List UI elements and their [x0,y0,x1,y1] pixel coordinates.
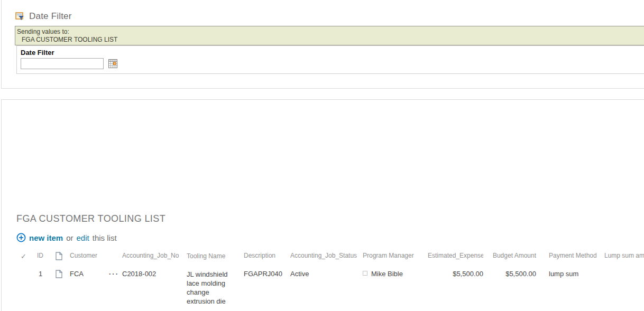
column-header-doctype-icon[interactable] [56,252,70,260]
cell-id: 1 [35,270,56,278]
program-manager-name[interactable]: Mike Bible [371,270,403,278]
list-toolbar: new item or edit this list [16,233,117,242]
date-filter-form: Date Filter [16,45,644,74]
cell-accounting-job-status: Active [290,270,363,278]
tooling-list-webpart: FGA CUSTOMER TOOLING LIST new item or ed… [1,99,644,311]
cell-doctype [56,270,70,278]
cell-program-manager[interactable]: Mike Bible [363,270,428,278]
webpart-titlebar: Date Filter [15,11,72,22]
new-item-link[interactable]: new item [29,233,63,242]
connection-notice-line1: Sending values to: [17,28,644,36]
cell-customer[interactable]: FCA [70,270,109,278]
column-header-program-manager[interactable]: Program Manager [363,252,428,259]
cell-budget-amount: $5,500.00 [483,270,536,278]
toolbar-or-text: or [66,233,73,242]
column-header-accounting-job-status[interactable]: Accounting_Job_Status [290,252,363,259]
column-header-customer[interactable]: Customer [70,252,109,259]
column-header-lump-sum-amount[interactable]: Lump sum amou [603,252,644,259]
filter-webpart-icon [15,12,25,21]
list-title: FGA CUSTOMER TOOLING LIST [16,213,165,224]
cell-payment-method: lump sum [536,270,603,278]
edit-list-link[interactable]: edit [77,233,89,242]
presence-indicator [363,271,367,276]
cell-tooling-name: JL windshield lace molding change extrus… [187,270,244,306]
column-header-accounting-job-no[interactable]: Accounting_Job_No [122,252,187,259]
row-select-area[interactable] [21,270,35,270]
column-header-payment-method[interactable]: Payment Method [536,252,603,259]
table-row[interactable]: 1 FCA ··· C2018-002 JL windshield lace m… [2,265,644,311]
cell-description: FGAPRJ040 [244,270,290,278]
webpart-title: Date Filter [29,11,72,22]
document-icon [56,270,62,278]
column-header-tooling-name[interactable]: Tooling Name [187,252,244,261]
connection-notice: Sending values to: FGA CUSTOMER TOOLING … [15,26,644,45]
tooling-table: ✓ ID Customer Accounting_Job_No Tooling … [2,252,644,311]
column-header-id[interactable]: ID [35,252,56,259]
new-item-plus-icon[interactable] [16,233,26,242]
date-filter-webpart: Date Filter Sending values to: FGA CUSTO… [1,0,644,89]
connection-notice-target: FGA CUSTOMER TOOLING LIST [17,36,644,44]
toolbar-this-list-text: this list [93,233,117,242]
document-icon [56,252,62,260]
date-filter-input[interactable] [21,58,104,69]
item-menu-ellipsis[interactable]: ··· [109,270,122,278]
column-header-estimated-expense[interactable]: Estimated_Expense [428,252,483,259]
select-all-checkmark[interactable]: ✓ [21,252,35,260]
table-header-row: ✓ ID Customer Accounting_Job_No Tooling … [2,252,644,265]
date-filter-input-row [21,58,117,69]
column-header-description[interactable]: Description [244,252,290,259]
calendar-picker-icon[interactable] [108,59,117,68]
cell-accounting-job-no: C2018-002 [122,270,187,278]
column-header-budget-amount[interactable]: Budget Amount [483,252,536,259]
cell-estimated-expense: $5,500.00 [428,270,483,278]
date-filter-label: Date Filter [21,49,54,56]
